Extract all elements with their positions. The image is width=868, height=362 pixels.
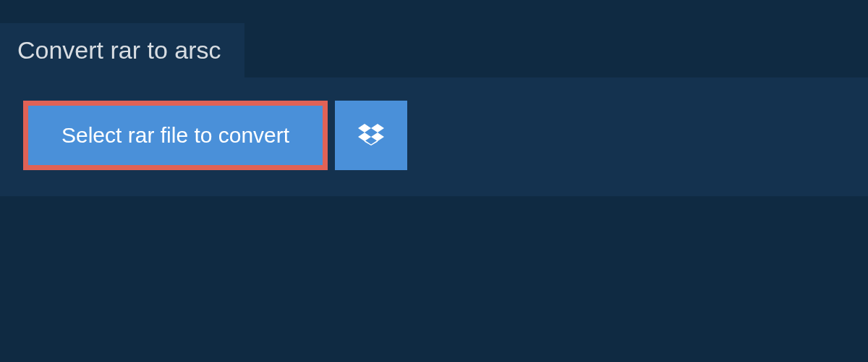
dropbox-icon — [358, 122, 384, 150]
select-file-button[interactable]: Select rar file to convert — [23, 101, 328, 170]
tab-header: Convert rar to arsc — [0, 23, 244, 77]
dropbox-button[interactable] — [335, 101, 407, 170]
content-panel: Select rar file to convert — [0, 77, 868, 196]
page-title: Convert rar to arsc — [17, 36, 221, 64]
select-file-label: Select rar file to convert — [61, 123, 289, 148]
button-row: Select rar file to convert — [23, 101, 845, 170]
